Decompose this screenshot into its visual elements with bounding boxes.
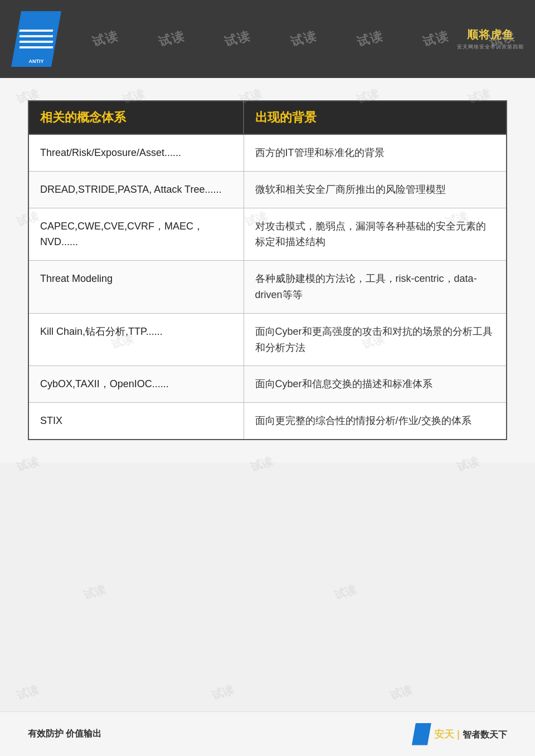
table-cell-left-2: CAPEC,CWE,CVE,CVRF，MAEC，NVD...... [28,208,244,261]
content-table: 相关的概念体系 出现的背景 Threat/Risk/Exposure/Asset… [28,100,507,440]
table-row: DREAD,STRIDE,PASTA, Attack Tree......微软和… [28,171,507,208]
table-cell-right-6: 面向更完整的综合性的情报分析/作业/交换的体系 [244,403,507,440]
table-cell-left-0: Threat/Risk/Exposure/Asset...... [28,134,244,171]
page-wm-15: 试读 [333,582,359,603]
wm-6: 试读 [421,27,451,50]
table-cell-right-3: 各种威胁建模的方法论，工具，risk-centric，data-driven等等 [244,261,507,314]
logo-stripe-4 [20,46,54,48]
header-col-right: 出现的背景 [244,101,507,134]
table-row: Kill Chain,钻石分析,TTP......面向Cyber和更高强度的攻击… [28,313,507,366]
wm-5: 试读 [354,27,385,50]
logo-stripe-3 [20,41,54,43]
table-row: Threat/Risk/Exposure/Asset......西方的IT管理和… [28,134,507,171]
table-cell-left-5: CybOX,TAXII，OpenIOC...... [28,366,244,403]
table-cell-left-4: Kill Chain,钻石分析,TTP...... [28,313,244,366]
wm-2: 试读 [157,27,187,50]
table-cell-right-2: 对攻击模式，脆弱点，漏洞等各种基础的安全元素的标定和描述结构 [244,208,507,261]
footer-brand-text: 安天 | 智者数天下 [434,728,507,741]
footer-brand-main: 安天 [434,729,454,740]
footer-right: 安天 | 智者数天下 [412,723,507,745]
table-cell-right-1: 微软和相关安全厂商所推出的风险管理模型 [244,171,507,208]
wm-4: 试读 [289,27,319,50]
footer: 有效防护 价值输出 安天 | 智者数天下 [0,711,535,756]
footer-logo-icon [412,723,431,745]
table-cell-right-5: 面向Cyber和信息交换的描述和标准体系 [244,366,507,403]
page-wm-18: 试读 [388,682,415,704]
table-cell-left-3: Threat Modeling [28,261,244,314]
main-content: 相关的概念体系 出现的背景 Threat/Risk/Exposure/Asset… [0,78,535,462]
header: ANTIY 试读 试读 试读 试读 试读 试读 试读 顺将虎鱼 安天网络安全冬训… [0,0,535,78]
wm-1: 试读 [90,27,120,50]
footer-brand-slogan: 智者数天下 [463,730,507,739]
logo-stripe-2 [20,35,54,37]
table-cell-left-1: DREAD,STRIDE,PASTA, Attack Tree...... [28,171,244,208]
page-wm-14: 试读 [82,582,108,603]
brand-box: 顺将虎鱼 安天网络安全冬训营第四期 [457,27,524,51]
page-wm-17: 试读 [210,682,236,704]
wm-3: 试读 [222,27,252,50]
table-row: Threat Modeling各种威胁建模的方法论，工具，risk-centri… [28,261,507,314]
logo-stripe-1 [20,30,54,32]
logo-area: ANTIY [0,0,72,78]
logo-text: ANTIY [11,58,61,64]
table-row: CAPEC,CWE,CVE,CVRF，MAEC，NVD......对攻击模式，脆… [28,208,507,261]
logo-box: ANTIY [11,11,61,67]
table-row: STIX面向更完整的综合性的情报分析/作业/交换的体系 [28,403,507,440]
brand-name: 顺将虎鱼 [467,27,514,42]
table-header-row: 相关的概念体系 出现的背景 [28,101,507,134]
table-row: CybOX,TAXII，OpenIOC......面向Cyber和信息交换的描述… [28,366,507,403]
footer-brand-pipe: | [457,729,460,740]
table-cell-left-6: STIX [28,403,244,440]
brand-sub: 安天网络安全冬训营第四期 [457,43,524,51]
table-cell-right-0: 西方的IT管理和标准化的背景 [244,134,507,171]
table-cell-right-4: 面向Cyber和更高强度的攻击和对抗的场景的分析工具和分析方法 [244,313,507,366]
page-wm-16: 试读 [15,682,41,704]
header-col-left: 相关的概念体系 [28,101,244,134]
header-right-logo: 顺将虎鱼 安天网络安全冬训营第四期 [457,27,524,51]
footer-left-text: 有效防护 价值输出 [28,728,101,740]
